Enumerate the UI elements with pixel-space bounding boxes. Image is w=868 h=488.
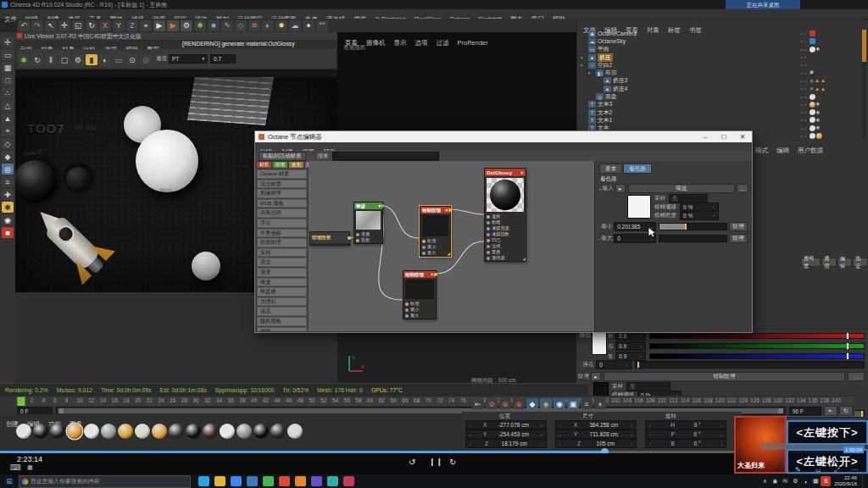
object-row[interactable]: T文本1∘∘ xyxy=(577,116,860,124)
loop-button[interactable]: ↻ xyxy=(839,406,853,416)
channel-gradient-slider[interactable] xyxy=(649,353,865,359)
minimize-button[interactable]: – xyxy=(696,133,715,141)
visibility-dots[interactable]: ∘∘ xyxy=(799,54,808,60)
key-position-icon[interactable]: ⊕ xyxy=(499,398,511,409)
no-position-icon[interactable]: ⊘ xyxy=(486,398,498,409)
visibility-dots[interactable]: ∘∘ xyxy=(799,86,808,92)
forward-icon[interactable]: ↻ xyxy=(449,458,456,467)
output-port[interactable] xyxy=(434,273,437,276)
node-type-item[interactable]: 棋盘格 xyxy=(257,287,307,297)
fullscreen-icon[interactable]: ⤢ xyxy=(834,466,839,474)
taskbar-app[interactable] xyxy=(343,476,354,486)
axis-z-icon[interactable]: Z xyxy=(126,20,138,31)
node-type-item[interactable]: RGB 颜色 xyxy=(257,199,307,208)
visibility-dots[interactable]: ∘∘ xyxy=(799,78,808,84)
solo-icon[interactable]: ◎ xyxy=(2,164,14,175)
taskbar-clock[interactable]: 22:462020/9/16 xyxy=(834,475,857,487)
texture-mode-icon[interactable]: ▦ xyxy=(2,62,14,73)
min-slider[interactable] xyxy=(659,223,727,230)
node-octglossy[interactable]: OctGlossy✕ 漫射粗糙薄膜宽度薄膜指数凹凸法线置换透明度 ◢ xyxy=(484,168,526,262)
object-tag[interactable] xyxy=(816,126,820,130)
menu-item[interactable]: 模式 xyxy=(751,147,772,155)
workplane-icon[interactable]: □ xyxy=(2,75,14,86)
om-scrollbar-thumb[interactable] xyxy=(862,30,866,62)
sky-icon[interactable]: ☁ xyxy=(289,20,301,31)
polygons-mode-icon[interactable]: ▲ xyxy=(2,113,14,124)
object-row[interactable]: ▾▲挤压∘∘ xyxy=(577,53,860,61)
node-type-item[interactable]: Octane 材质 xyxy=(257,169,307,179)
node-type-item[interactable]: 浮点 xyxy=(257,219,307,228)
move-icon[interactable]: ✛ xyxy=(58,20,70,31)
input-browse-button[interactable]: … xyxy=(737,184,748,193)
node-type-item[interactable]: 侧面 xyxy=(257,327,307,332)
node-noise[interactable]: 噪波▾ 变换投射 xyxy=(353,202,383,244)
action-center[interactable] xyxy=(862,474,868,488)
autokey-scale-icon[interactable]: ◈ xyxy=(540,398,552,409)
tab-shader[interactable]: 着色器 xyxy=(623,164,652,174)
xref-tag[interactable]: ✕ xyxy=(810,86,814,92)
material-swatch[interactable] xyxy=(236,424,252,439)
node-type-item[interactable]: 湍流 xyxy=(257,307,307,316)
node-type-item[interactable]: 随机颜色 xyxy=(257,317,307,326)
material-swatch[interactable] xyxy=(270,424,286,439)
node-type-item[interactable]: 渐变 xyxy=(257,268,307,277)
model-mode-icon[interactable]: ▭ xyxy=(2,49,14,60)
object-tag[interactable] xyxy=(816,47,820,51)
attribute-tab[interactable]: 编辑 xyxy=(837,258,853,267)
object-row[interactable]: ▾◧布尔∘∘ xyxy=(577,69,860,76)
node-port[interactable]: 最大 xyxy=(403,313,436,319)
goto-start-icon[interactable]: ⇤ xyxy=(472,398,484,409)
convert-icon[interactable]: ✛ xyxy=(2,36,14,47)
taskbar-app[interactable] xyxy=(327,476,338,486)
pip-icon[interactable]: ▭ xyxy=(815,467,821,474)
object-tag[interactable] xyxy=(810,117,815,123)
tray-icon[interactable]: ▦ xyxy=(810,476,821,486)
object-tag[interactable] xyxy=(816,103,820,106)
material-swatch[interactable] xyxy=(186,424,201,439)
object-tag[interactable] xyxy=(810,38,815,44)
taskbar-app[interactable] xyxy=(214,476,225,486)
axis-x-icon[interactable]: X xyxy=(99,20,111,31)
magic-icon[interactable]: ✱ xyxy=(194,20,206,31)
resize-handle[interactable]: ◢ xyxy=(522,256,526,261)
input-link[interactable]: 噪波 xyxy=(628,184,735,193)
film-icon[interactable]: ▭ xyxy=(113,54,125,65)
menu-item[interactable]: 编辑 xyxy=(772,147,793,155)
category-chip[interactable]: 发光 xyxy=(289,162,303,168)
lock-icon[interactable]: ▮ xyxy=(86,54,97,65)
channel-gradient-slider[interactable] xyxy=(649,333,865,339)
node-clamp-2[interactable]: 钳制纹理✕ 纹理最小最大 xyxy=(403,270,437,319)
tray-icon[interactable]: ✉ xyxy=(780,476,790,486)
coord-field[interactable]: ‹Z105 cm› xyxy=(555,439,637,448)
node-port[interactable]: 最大 xyxy=(420,250,450,256)
search-input[interactable] xyxy=(332,152,439,161)
node-port[interactable]: 纹理 xyxy=(420,238,450,244)
visibility-dots[interactable]: ∘∘ xyxy=(799,70,808,76)
node-port[interactable]: 凹凸 xyxy=(485,237,526,243)
range-end-field[interactable]: 90 F xyxy=(789,407,821,416)
target-icon[interactable]: ◉ xyxy=(2,214,14,225)
object-tag[interactable] xyxy=(810,47,815,53)
menu-item[interactable]: 显示 xyxy=(390,39,411,47)
light-icon[interactable]: ✸ xyxy=(275,20,287,31)
deformer-icon[interactable]: ≋ xyxy=(248,20,260,31)
node-type-item[interactable]: 混合 xyxy=(257,258,307,267)
plus-icon[interactable]: ✚ xyxy=(2,189,14,200)
texture-link[interactable]: 钳制纹理 xyxy=(604,372,845,381)
object-row[interactable]: ▾○空白2∘∘ xyxy=(577,61,860,69)
coord-field[interactable]: ‹B0 °› xyxy=(645,439,726,448)
material-swatch[interactable] xyxy=(135,424,150,439)
node-type-item[interactable]: 烘焙纹理 xyxy=(257,238,307,247)
min-texture-button[interactable]: 纹理 xyxy=(729,222,748,231)
node-port[interactable]: 最小 xyxy=(403,307,436,313)
region-icon[interactable]: ◐ xyxy=(99,54,111,65)
resize-handle[interactable]: ◢ xyxy=(447,251,450,256)
node-type-item[interactable]: 大理石 xyxy=(257,297,307,307)
axis-y-icon[interactable]: Y xyxy=(113,20,125,31)
max-slider[interactable] xyxy=(659,235,727,242)
flower-icon[interactable]: ✱ xyxy=(2,202,14,213)
autokey-pos-icon[interactable]: ◆ xyxy=(526,398,538,409)
node-port[interactable]: 法线 xyxy=(485,243,526,249)
attribute-tab[interactable]: 透明度 xyxy=(801,258,821,267)
object-row[interactable]: T文本2∘∘ xyxy=(577,108,860,116)
